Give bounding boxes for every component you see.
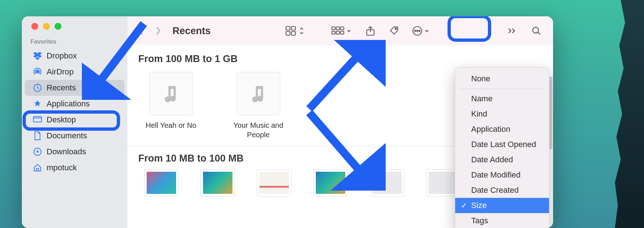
menu-item-date-last-opened[interactable]: Date Last Opened <box>455 137 549 152</box>
svg-point-17 <box>414 30 416 31</box>
file-item[interactable]: Your Music and People <box>226 72 291 139</box>
svg-point-19 <box>419 30 420 31</box>
finder-window: Favorites Dropbox AirDrop Recents Applic… <box>22 16 553 228</box>
menu-separator <box>460 89 545 89</box>
file-item[interactable]: Hell Yeah or No <box>138 72 204 139</box>
chevron-down-icon <box>346 28 351 33</box>
view-switcher-button[interactable] <box>283 24 306 38</box>
sidebar-item-recents[interactable]: Recents <box>25 80 124 96</box>
sidebar: Favorites Dropbox AirDrop Recents Applic… <box>22 16 127 228</box>
window-title: Recents <box>172 25 211 37</box>
menu-item-none[interactable]: None <box>455 71 549 86</box>
svg-rect-5 <box>291 27 295 30</box>
file-thumbnail[interactable] <box>313 169 348 196</box>
sidebar-item-label: Applications <box>47 99 90 109</box>
audio-file-icon <box>149 72 193 115</box>
file-browser: From 100 MB to 1 GB Hell Yeah or No Your… <box>127 45 553 228</box>
sidebar-item-downloads[interactable]: Downloads <box>25 144 124 160</box>
file-name: Hell Yeah or No <box>138 121 204 130</box>
svg-rect-13 <box>341 31 344 34</box>
file-name: Your Music and People <box>226 121 291 139</box>
svg-rect-4 <box>286 27 290 30</box>
svg-rect-6 <box>286 32 290 35</box>
sidebar-item-label: Recents <box>47 83 76 93</box>
dropbox-icon <box>33 51 42 61</box>
sidebar-item-label: Dropbox <box>47 51 77 61</box>
chevron-down-icon <box>424 28 429 33</box>
menu-item-application[interactable]: Application <box>455 122 549 137</box>
menu-item-name[interactable]: Name <box>455 91 549 106</box>
menu-item-size[interactable]: Size <box>455 198 549 213</box>
sidebar-item-label: Desktop <box>47 115 76 125</box>
toolbar-overflow-button[interactable] <box>504 24 521 38</box>
sidebar-item-dropbox[interactable]: Dropbox <box>25 48 124 64</box>
svg-rect-9 <box>336 27 339 30</box>
svg-point-15 <box>395 28 397 29</box>
section-header: From 10 MB to 100 MB <box>138 153 244 164</box>
nav-forward-button[interactable] <box>153 25 164 36</box>
file-thumbnail[interactable] <box>257 169 291 196</box>
search-button[interactable] <box>528 24 545 38</box>
chevron-updown-icon <box>299 27 304 35</box>
nav-back-button[interactable] <box>135 25 146 36</box>
sidebar-item-documents[interactable]: Documents <box>25 128 124 144</box>
group-by-button[interactable] <box>327 24 355 38</box>
toolbar: Recents <box>127 16 553 45</box>
window-minimize[interactable] <box>43 23 50 30</box>
share-button[interactable] <box>362 24 379 38</box>
svg-rect-8 <box>332 27 335 30</box>
sidebar-item-desktop[interactable]: Desktop <box>25 112 124 128</box>
svg-rect-2 <box>33 117 41 122</box>
sidebar-item-label: Downloads <box>47 147 86 156</box>
desktop-icon <box>33 115 42 125</box>
menu-item-tags[interactable]: Tags <box>455 213 549 228</box>
sidebar-item-label: Documents <box>47 131 87 141</box>
section-header: From 100 MB to 1 GB <box>127 45 553 70</box>
main-area: Recents <box>127 16 553 228</box>
annotation-highlight-groupby <box>448 16 491 42</box>
sidebar-item-label: AirDrop <box>47 67 74 77</box>
menu-item-date-modified[interactable]: Date Modified <box>455 167 549 183</box>
sidebar-item-home[interactable]: mpotuck <box>25 160 124 176</box>
svg-point-18 <box>417 30 418 31</box>
file-thumbnail[interactable] <box>200 169 235 196</box>
downloads-icon <box>33 147 42 156</box>
applications-icon <box>33 99 42 109</box>
action-menu-button[interactable] <box>410 24 432 38</box>
group-by-menu: None Name Kind Application Date Last Ope… <box>455 67 549 228</box>
tags-button[interactable] <box>386 24 403 38</box>
svg-rect-7 <box>291 32 295 35</box>
file-thumbnail[interactable] <box>144 169 179 196</box>
sidebar-item-airdrop[interactable]: AirDrop <box>25 64 124 80</box>
airdrop-icon <box>33 67 42 77</box>
svg-point-20 <box>533 27 538 33</box>
file-thumbnail[interactable] <box>370 169 404 196</box>
window-controls <box>22 21 127 38</box>
sidebar-item-label: mpotuck <box>47 163 77 172</box>
document-icon <box>33 131 42 141</box>
menu-item-kind[interactable]: Kind <box>455 106 549 122</box>
svg-rect-11 <box>332 31 335 34</box>
svg-point-0 <box>36 71 39 73</box>
desktop-wallpaper-foliage <box>615 0 644 228</box>
audio-file-icon <box>236 72 280 115</box>
menu-item-date-added[interactable]: Date Added <box>455 152 549 167</box>
menu-item-date-created[interactable]: Date Created <box>455 183 549 198</box>
svg-rect-12 <box>336 31 339 34</box>
window-close[interactable] <box>31 23 38 30</box>
clock-icon <box>33 83 42 93</box>
sidebar-item-applications[interactable]: Applications <box>25 96 124 112</box>
window-zoom[interactable] <box>55 23 61 30</box>
svg-rect-10 <box>341 27 344 30</box>
home-icon <box>33 163 42 172</box>
sidebar-section-favorites: Favorites <box>22 38 127 48</box>
